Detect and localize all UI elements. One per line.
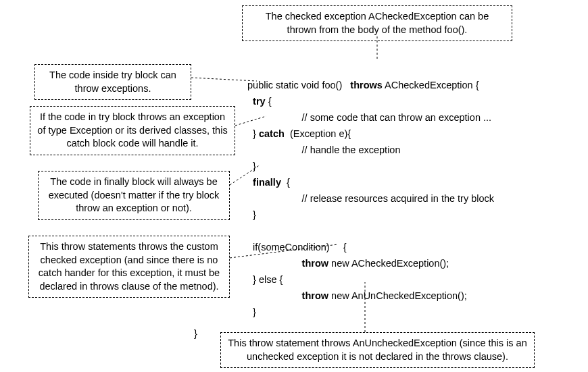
code-block: public static void foo() throws AChecked… bbox=[247, 61, 494, 320]
code-else-line: } else { bbox=[253, 274, 283, 285]
code-close3: } bbox=[253, 307, 256, 317]
code-catch-kw: catch bbox=[259, 128, 285, 139]
callout-catch: If the code in try block throws an excep… bbox=[30, 106, 235, 155]
code-sig-b: ACheckedException { bbox=[383, 80, 479, 90]
code-sig-a: public static void foo() bbox=[247, 80, 350, 90]
callout-finally-text: The code in finally block will always be… bbox=[49, 176, 220, 213]
callout-finally: The code in finally block will always be… bbox=[38, 171, 230, 220]
callout-throw-checked: This throw statements throws the custom … bbox=[28, 236, 230, 298]
code-catch-args: (Exception e){ bbox=[285, 128, 351, 139]
callout-try: The code inside try block can throw exce… bbox=[34, 64, 191, 100]
code-close2: } bbox=[253, 209, 256, 220]
callout-catch-text: If the code in try block throws an excep… bbox=[37, 111, 227, 149]
code-method-close: } bbox=[194, 309, 197, 342]
code-throw2-kw: throw bbox=[302, 290, 328, 301]
callout-top-text: The checked exception ACheckedException … bbox=[266, 11, 489, 35]
callout-throw-unchecked-text: This throw statement throws AnUncheckedE… bbox=[228, 338, 526, 362]
callout-throw-unchecked: This throw statement throws AnUncheckedE… bbox=[220, 332, 535, 368]
code-throws-kw: throws bbox=[350, 80, 383, 90]
code-finally-comment: // release resources acquired in the try… bbox=[302, 193, 495, 204]
callout-try-text: The code inside try block can throw exce… bbox=[49, 70, 176, 94]
code-method-close-brace: } bbox=[194, 328, 197, 339]
code-catch-comment: // handle the exception bbox=[302, 144, 401, 155]
code-if-line: if(someCondition) { bbox=[253, 242, 347, 253]
code-throw1-kw: throw bbox=[302, 258, 328, 269]
code-try-kw: try bbox=[253, 96, 266, 107]
code-throw2-rest: new AnUnCheckedException(); bbox=[328, 290, 467, 301]
code-finally-brace: { bbox=[281, 177, 290, 188]
code-throw1-rest: new ACheckedException(); bbox=[328, 258, 449, 269]
code-close-try: } bbox=[253, 128, 259, 139]
code-close1: } bbox=[253, 161, 256, 171]
code-finally-kw: finally bbox=[253, 177, 281, 188]
code-try-brace: { bbox=[266, 96, 272, 107]
callout-top: The checked exception ACheckedException … bbox=[242, 5, 512, 41]
code-try-comment: // some code that can throw an exception… bbox=[302, 112, 492, 123]
callout-throw-checked-text: This throw statements throws the custom … bbox=[39, 241, 220, 292]
